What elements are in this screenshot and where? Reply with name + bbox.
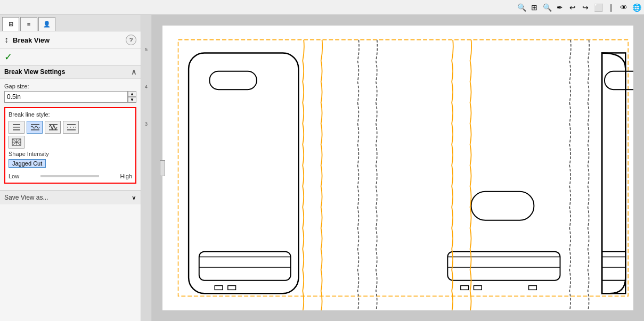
save-view-expand-icon: ∨ (132, 194, 136, 201)
shape-intensity-label: Shape Intensity (9, 151, 132, 157)
redo-icon[interactable]: ↪ (580, 2, 591, 13)
drawing-svg (162, 26, 633, 310)
svg-rect-22 (228, 286, 236, 290)
break-view-settings-label: Break View Settings (4, 68, 66, 76)
accept-check[interactable]: ✓ (0, 49, 141, 65)
style-btn-straight[interactable] (9, 121, 25, 134)
style-buttons-row1 (9, 121, 132, 134)
top-toolbar: 🔍 ⊞ 🔍 ✒ ↩ ↪ ⬜ | 👁 🌐 (0, 0, 644, 15)
main-layout: ⊞ ≡ 👤 ↕ Break View ? ✓ Break View Settin… (0, 15, 644, 321)
break-view-icon: ↕ (4, 35, 9, 45)
svg-rect-26 (447, 252, 560, 281)
svg-rect-21 (215, 286, 223, 290)
svg-rect-33 (605, 71, 633, 89)
drawing-canvas (162, 26, 633, 310)
style-btn-crosshatch[interactable] (9, 136, 25, 149)
intensity-low-label: Low (9, 173, 19, 179)
jagged-cut-badge: Jagged Cut (9, 159, 46, 168)
panel-tabs: ⊞ ≡ 👤 (0, 15, 141, 31)
globe-icon[interactable]: 🌐 (631, 2, 642, 13)
style-btn-dashed[interactable] (63, 121, 79, 134)
spinner-down[interactable]: ▼ (128, 97, 136, 103)
gap-size-row: ▲ ▼ (4, 91, 136, 103)
svg-rect-19 (209, 71, 256, 89)
save-view-section[interactable]: Save View as... ∨ (0, 190, 141, 204)
panel-header: ↕ Break View ? (0, 31, 141, 49)
resize-handle[interactable] (160, 160, 165, 176)
break-view-settings-content: Gap size: ▲ ▼ Break line style: (0, 79, 141, 190)
measure-icon[interactable]: ⊞ (529, 2, 540, 13)
separator: | (606, 2, 616, 13)
help-button[interactable]: ? (126, 35, 136, 45)
intensity-high-label: High (120, 173, 132, 179)
collapse-icon: ∧ (131, 68, 136, 76)
intensity-row: Low High (9, 173, 132, 179)
panel-title: Break View (13, 36, 121, 44)
side-ruler: 5 4 3 (141, 15, 152, 321)
toolbar-icons: 🔍 ⊞ 🔍 ✒ ↩ ↪ ⬜ | 👁 🌐 (516, 2, 642, 13)
break-line-style-label: Break line style: (9, 111, 132, 118)
gap-size-label: Gap size: (4, 83, 136, 89)
left-panel: ⊞ ≡ 👤 ↕ Break View ? ✓ Break View Settin… (0, 15, 141, 321)
gap-size-input[interactable] (4, 91, 128, 103)
intensity-slider[interactable] (40, 175, 99, 177)
style-buttons-row2 (9, 136, 132, 149)
tab-list[interactable]: ≡ (20, 17, 37, 31)
style-btn-zigzag[interactable] (45, 121, 61, 134)
view-icon[interactable]: 👁 (618, 2, 629, 13)
svg-rect-31 (529, 286, 537, 290)
tab-user[interactable]: 👤 (38, 17, 55, 31)
style-btn-jagged[interactable] (27, 121, 43, 134)
break-view-settings-header[interactable]: Break View Settings ∧ (0, 65, 141, 79)
save-view-label: Save View as... (4, 194, 48, 201)
ruler-mark-4: 4 (145, 84, 148, 89)
zoom-icon[interactable]: 🔍 (542, 2, 552, 13)
box-icon[interactable]: ⬜ (593, 2, 604, 13)
break-line-style-section: Break line style: (4, 107, 136, 184)
check-mark[interactable]: ✓ (4, 52, 12, 62)
svg-rect-29 (461, 286, 469, 290)
svg-rect-20 (199, 252, 291, 281)
content-area (152, 15, 644, 321)
svg-rect-30 (474, 286, 482, 290)
svg-rect-25 (471, 192, 534, 220)
undo-icon[interactable]: ↩ (567, 2, 578, 13)
search-icon[interactable]: 🔍 (516, 2, 527, 13)
svg-rect-34 (602, 252, 625, 281)
gap-size-spinner: ▲ ▼ (128, 91, 136, 103)
tab-grid[interactable]: ⊞ (2, 17, 19, 31)
ruler-mark-5: 5 (145, 47, 148, 52)
edit-icon[interactable]: ✒ (555, 2, 565, 13)
spinner-up[interactable]: ▲ (128, 91, 136, 97)
ruler-mark-3: 3 (145, 121, 148, 127)
